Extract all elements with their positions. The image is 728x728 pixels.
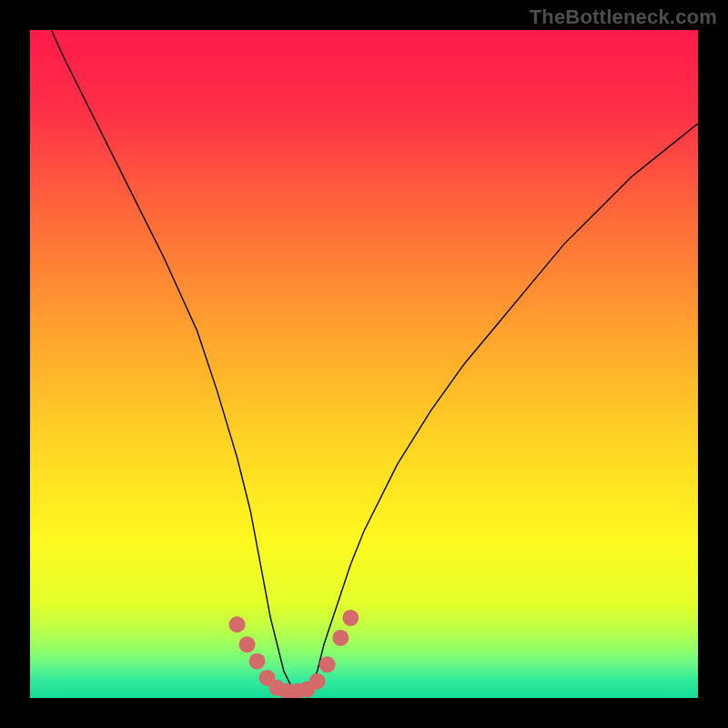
- plot-area: [30, 30, 698, 698]
- marker-dot: [229, 616, 246, 632]
- marker-dot: [239, 636, 256, 652]
- marker-dot: [319, 656, 336, 672]
- gradient-background: [30, 30, 698, 698]
- marker-dot: [332, 630, 349, 646]
- marker-dot: [342, 610, 359, 626]
- watermark-text: TheBottleneck.com: [530, 5, 717, 29]
- marker-dot: [309, 673, 326, 690]
- chart-svg: [30, 30, 698, 698]
- marker-dot: [249, 653, 266, 670]
- chart-container: TheBottleneck.com: [0, 0, 728, 728]
